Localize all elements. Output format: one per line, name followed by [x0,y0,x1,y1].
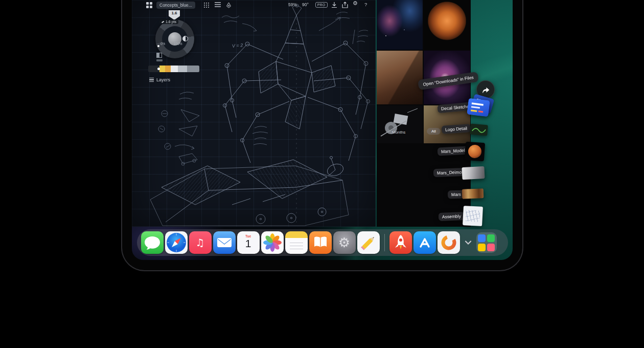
import-icon[interactable] [331,2,337,8]
swatch-white[interactable] [171,66,178,72]
swatch-gray[interactable] [187,66,199,72]
document-title[interactable]: Concepts_blue... [156,2,195,9]
rocket-icon [389,231,412,254]
logo-detail-thumbnail[interactable] [470,124,488,136]
dock-icon-notes[interactable] [285,231,308,254]
drag-item-label-mars-model[interactable]: Mars_Model [438,146,469,156]
opacity-min-label: 0% [160,42,165,46]
canvas-rotation[interactable]: 90° [302,2,309,7]
menu-list-icon[interactable] [215,2,221,7]
ratio-indicator [156,59,163,61]
color-swatch-bar[interactable] [148,66,199,72]
dock-icon-calendar[interactable]: Tue 1 [237,231,260,254]
calendar-day: 1 [237,237,260,250]
mail-envelope-icon [213,231,236,254]
pro-badge[interactable]: PRO [315,2,328,8]
ipad-screen: Concepts_blue... 59% 90° PRO [132,0,513,260]
color-selection-dot [157,68,160,70]
app-library-tile-pink [487,244,495,251]
app-library-tile-yellow [478,244,486,251]
dock-icon-music[interactable]: ♫ [189,231,212,254]
assembly-thumbnail[interactable] [463,206,483,226]
decal-sticker-thumbnail[interactable] [467,98,490,117]
pencil-icon [357,231,380,254]
photo-thumbnail-spacecraft[interactable] [377,105,423,143]
dock-icon-sketch-app[interactable] [357,231,380,254]
dock-app-library-button[interactable] [476,232,497,253]
logo-squiggle [470,124,488,136]
pen-tool-icon[interactable] [226,2,232,8]
layers-icon [149,78,154,82]
concepts-app-window: Concepts_blue... 59% 90° PRO [132,0,376,227]
contrast-toggle-icon[interactable] [182,36,188,41]
dock: ♫ Tue 1 [137,229,508,256]
dock-icon-safari[interactable] [165,231,188,254]
settings-gear-icon[interactable]: ⚙ [353,0,358,7]
books-open-book-icon [309,231,332,254]
grid-settings-icon[interactable] [203,2,210,8]
app-library-tile-blue [478,234,486,242]
fill-mode-icon[interactable] [156,53,162,58]
dock-icon-mail[interactable] [213,231,236,254]
photo-thumbnail-desert[interactable] [377,51,423,104]
photo-thumbnail-nebula[interactable] [377,0,423,50]
swatch-lightgray[interactable] [178,66,187,72]
workspace-grid-icon[interactable] [146,2,152,8]
safari-compass-icon [165,231,188,254]
dock-collapse-chevron[interactable] [462,231,475,254]
spacecraft-image [377,105,423,143]
tool-wheel-marker [157,45,159,47]
page-background: Concepts_blue... 59% 90° PRO [0,0,644,348]
nib-dash-icon [162,20,164,23]
layers-panel-toggle[interactable]: Layers [149,77,170,82]
forward-arrow-icon [481,85,490,94]
dock-divider [384,234,385,251]
photos-tab-months[interactable]: Months [392,130,405,135]
dock-icon-photos[interactable] [261,231,284,254]
dock-icon-messages[interactable] [141,231,164,254]
dock-icon-concepts[interactable] [438,231,460,254]
stroke-width-flag: 1.6 [169,10,180,20]
ipad-device: Concepts_blue... 59% 90° PRO [121,0,523,271]
app-library-tile-green [487,234,495,242]
handwritten-annotation: V = 2 [232,42,243,49]
zoom-level[interactable]: 59% [288,2,297,7]
export-share-icon[interactable] [342,2,348,8]
dock-icon-app-store[interactable] [413,231,436,254]
app-store-a-icon [413,231,436,254]
drag-item-label-assembly[interactable]: Assembly [439,212,465,221]
messages-bubble-icon [141,231,164,254]
concepts-ring-icon [438,231,460,254]
photos-flower-icon [261,231,284,254]
photos-tab-all[interactable]: All [427,128,441,135]
mars-deimos-thumbnail[interactable] [462,166,485,180]
dock-icon-rocket-app[interactable] [389,231,412,254]
layers-label: Layers [156,77,170,82]
music-note-icon: ♫ [189,231,212,254]
stroke-size-label: 1.6 pts [159,19,178,24]
chevron-down-icon [465,241,472,245]
mars-model-thumbnail[interactable] [465,142,485,162]
opacity-max-label: 100% [174,42,182,46]
dock-icon-books[interactable] [309,231,332,254]
help-icon[interactable]: ? [364,2,367,7]
dock-icon-settings[interactable]: ⚙ [333,231,356,254]
settings-gear-icon: ⚙ [333,231,356,254]
swatch-orange[interactable] [165,66,171,72]
photo-thumbnail-mars[interactable] [424,0,470,50]
swatch-yellow[interactable] [159,66,165,72]
mars-thumbnail[interactable] [462,188,484,199]
